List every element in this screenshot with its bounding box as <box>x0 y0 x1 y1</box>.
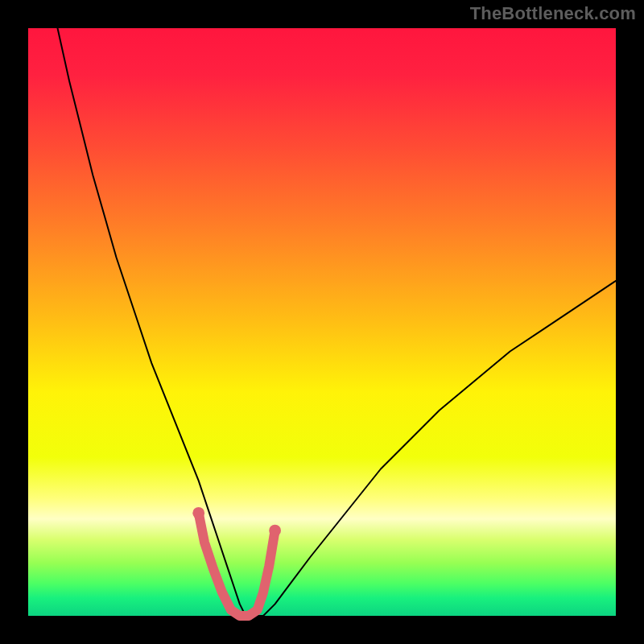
chart-frame: TheBottleneck.com <box>0 0 644 644</box>
svg-point-0 <box>192 507 204 519</box>
bottleneck-chart <box>0 0 644 644</box>
svg-point-1 <box>269 525 281 537</box>
watermark-text: TheBottleneck.com <box>470 3 636 24</box>
plot-background <box>28 28 616 616</box>
